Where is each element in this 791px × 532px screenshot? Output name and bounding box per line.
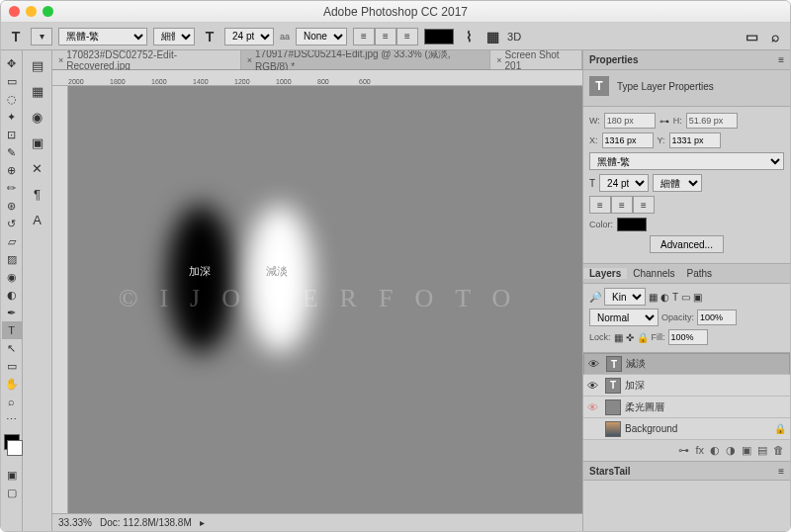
layer-name[interactable]: 加深	[625, 379, 645, 393]
opacity-input[interactable]	[697, 310, 737, 325]
prop-font-family[interactable]: 黑體-繁	[589, 152, 784, 170]
layer-filter[interactable]: Kind	[604, 288, 646, 306]
align-left-button[interactable]: ≡	[353, 28, 375, 45]
panel-menu-icon[interactable]: ≡	[778, 466, 784, 477]
dodge-tool[interactable]: ◐	[2, 286, 22, 304]
close-tab-icon[interactable]: ×	[496, 55, 501, 65]
layer-item[interactable]: Background🔒	[583, 418, 790, 440]
new-layer-icon[interactable]: ▤	[757, 444, 767, 457]
link-icon[interactable]: ⊶	[659, 116, 669, 127]
lock-all-icon[interactable]: ▦	[614, 332, 623, 343]
type-tool[interactable]: T	[2, 321, 22, 339]
workspace-button[interactable]: ▭	[743, 28, 760, 45]
more-tools[interactable]: ⋯	[2, 410, 22, 428]
horizontal-ruler[interactable]: 200018001600140012001000800600	[52, 70, 582, 86]
prop-align-center[interactable]: ≡	[611, 196, 633, 214]
prop-align-right[interactable]: ≡	[633, 196, 655, 214]
brush-tool[interactable]: ✏	[2, 179, 22, 197]
paragraph-panel-icon[interactable]: ¶	[26, 183, 49, 205]
filter-shape-icon[interactable]: ▭	[681, 292, 690, 303]
actions-panel-icon[interactable]: ✕	[26, 157, 49, 179]
layers-tab[interactable]: Layers	[583, 268, 627, 279]
layer-name[interactable]: 柔光圖層	[625, 400, 664, 414]
zoom-tool[interactable]: ⌕	[2, 393, 22, 410]
zoom-level[interactable]: 33.33%	[58, 517, 92, 528]
starstail-panel[interactable]: StarsTail	[589, 466, 631, 477]
fill-input[interactable]	[668, 329, 708, 345]
character-panel-icon[interactable]: A	[26, 209, 49, 230]
brushes-panel-icon[interactable]: ◉	[26, 106, 49, 128]
gradient-tool[interactable]: ▨	[2, 250, 22, 268]
font-family-select[interactable]: 黑體-繁	[58, 28, 147, 45]
font-style-select[interactable]: 細體	[153, 28, 195, 45]
x-input[interactable]	[602, 133, 654, 148]
character-panel-button[interactable]: ▦	[483, 28, 501, 45]
history-panel-icon[interactable]: ▤	[26, 54, 49, 76]
layer-item[interactable]: 👁柔光圖層	[583, 397, 790, 418]
layer-item[interactable]: 👁T減淡	[583, 353, 790, 375]
move-tool[interactable]: ✥	[2, 54, 22, 72]
close-tab-icon[interactable]: ×	[58, 55, 63, 65]
info-panel-icon[interactable]: ▣	[26, 132, 49, 153]
tool-preset-dropdown[interactable]: ▾	[31, 28, 52, 45]
document-tab-0[interactable]: ×170823#DSC02752-Edit-Recovered.jpg	[52, 50, 241, 69]
lock-position-icon[interactable]: ✜	[626, 332, 634, 343]
clone-tool[interactable]: ⊛	[2, 197, 22, 215]
channels-tab[interactable]: Channels	[627, 268, 680, 279]
link-layers-icon[interactable]: ⊶	[678, 444, 689, 457]
shape-tool[interactable]: ▭	[2, 357, 22, 375]
prop-font-style[interactable]: 細體	[653, 174, 702, 192]
path-select-tool[interactable]: ↖	[2, 339, 22, 357]
doc-size[interactable]: Doc: 112.8M/138.8M	[100, 517, 192, 528]
visibility-toggle[interactable]: 👁	[588, 358, 602, 370]
3d-button[interactable]: 3D	[507, 31, 521, 43]
magic-wand-tool[interactable]: ✦	[2, 108, 22, 126]
blur-tool[interactable]: ◉	[2, 268, 22, 286]
font-size-select[interactable]: 24 pt	[224, 28, 274, 45]
layer-fx-icon[interactable]: fx	[695, 444, 704, 457]
eyedropper-tool[interactable]: ✎	[2, 143, 22, 161]
status-chevron-icon[interactable]: ▸	[200, 517, 205, 528]
document-tab-2[interactable]: ×Screen Shot 201	[490, 50, 582, 69]
screen-mode-button[interactable]: ▢	[2, 484, 22, 501]
prop-color-swatch[interactable]	[617, 218, 647, 231]
filter-icon[interactable]: 🔎	[589, 292, 601, 303]
y-input[interactable]	[669, 133, 721, 148]
prop-align-left[interactable]: ≡	[589, 196, 611, 214]
advanced-button[interactable]: Advanced...	[650, 235, 724, 253]
history-brush-tool[interactable]: ↺	[2, 215, 22, 232]
layer-name[interactable]: Background	[625, 423, 677, 434]
antialias-select[interactable]: None	[296, 28, 347, 45]
filter-smart-icon[interactable]: ▣	[693, 292, 702, 303]
align-right-button[interactable]: ≡	[396, 28, 418, 45]
filter-adjust-icon[interactable]: ◐	[660, 292, 669, 303]
eraser-tool[interactable]: ▱	[2, 232, 22, 250]
quick-mask-button[interactable]: ▣	[2, 466, 22, 484]
lasso-tool[interactable]: ◌	[2, 90, 22, 108]
group-icon[interactable]: ▣	[742, 444, 751, 457]
prop-font-size[interactable]: 24 pt	[599, 174, 649, 192]
close-tab-icon[interactable]: ×	[247, 55, 252, 65]
layer-item[interactable]: 👁T加深	[583, 375, 790, 397]
crop-tool[interactable]: ⊡	[2, 126, 22, 143]
visibility-toggle[interactable]: 👁	[587, 401, 601, 413]
filter-type-icon[interactable]: T	[672, 292, 678, 303]
text-color-swatch[interactable]	[424, 29, 454, 44]
lock-pixels-icon[interactable]: 🔒	[637, 332, 649, 343]
canvas[interactable]: 加深 減淡 ©IJOYERFOTO	[68, 86, 582, 513]
paths-tab[interactable]: Paths	[681, 268, 719, 279]
panel-menu-icon[interactable]: ≡	[778, 54, 784, 65]
layer-mask-icon[interactable]: ◐	[710, 444, 720, 457]
background-color[interactable]	[7, 440, 23, 456]
vertical-ruler[interactable]	[52, 86, 68, 513]
warp-text-button[interactable]: ⌇	[460, 28, 478, 45]
align-center-button[interactable]: ≡	[375, 28, 396, 45]
search-icon[interactable]: ⌕	[766, 28, 784, 45]
visibility-toggle[interactable]: 👁	[587, 380, 601, 392]
marquee-tool[interactable]: ▭	[2, 72, 22, 90]
current-tool-icon[interactable]: T	[7, 28, 25, 45]
healing-tool[interactable]: ⊕	[2, 161, 22, 179]
document-tab-1[interactable]: ×170917#DSC05214-Edit.jpg @ 33.3% (減淡, R…	[241, 50, 490, 69]
pen-tool[interactable]: ✒	[2, 304, 22, 321]
filter-pixel-icon[interactable]: ▦	[649, 292, 658, 303]
